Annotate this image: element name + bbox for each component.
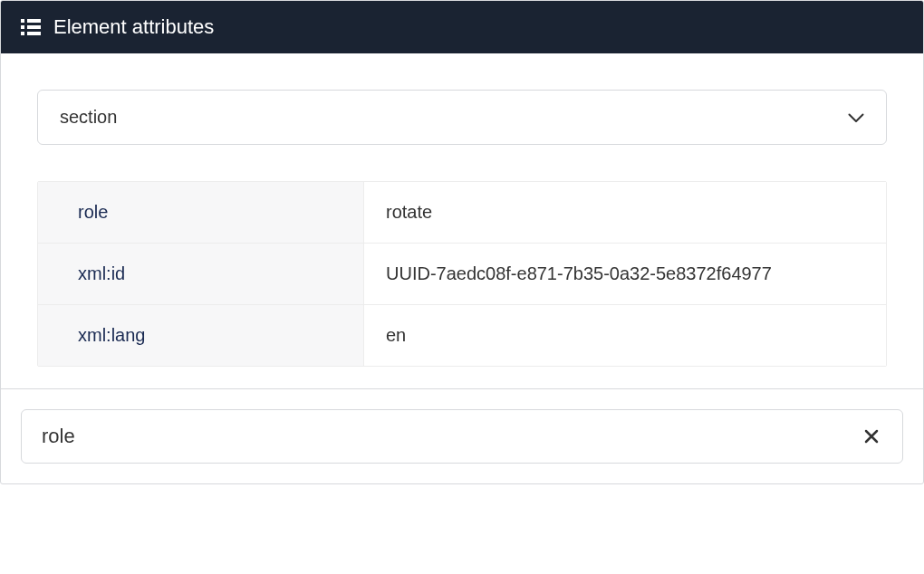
svg-rect-0 xyxy=(21,19,24,23)
close-icon xyxy=(864,424,879,448)
svg-rect-2 xyxy=(21,32,24,35)
filter-input-wrap xyxy=(21,409,903,464)
attributes-table: role rotate xml:id UUID-7aedc08f-e871-7b… xyxy=(37,181,887,367)
element-attributes-panel: Element attributes section role rotate x… xyxy=(0,0,924,484)
attribute-name: xml:lang xyxy=(38,305,364,366)
attribute-name: role xyxy=(38,182,364,243)
table-row[interactable]: xml:id UUID-7aedc08f-e871-7b35-0a32-5e83… xyxy=(38,244,886,305)
table-row[interactable]: role rotate xyxy=(38,182,886,244)
element-selector-dropdown[interactable]: section xyxy=(37,90,887,145)
svg-rect-3 xyxy=(27,19,41,23)
attribute-value: UUID-7aedc08f-e871-7b35-0a32-5e8372f6497… xyxy=(364,244,886,304)
svg-rect-4 xyxy=(27,25,41,29)
attribute-name: xml:id xyxy=(38,244,364,304)
panel-title: Element attributes xyxy=(53,15,214,39)
dropdown-selected-value: section xyxy=(60,107,117,128)
list-icon xyxy=(21,19,41,35)
panel-body: section role rotate xml:id UUID-7aedc08f… xyxy=(1,53,923,388)
clear-filter-button[interactable] xyxy=(861,426,882,447)
filter-input[interactable] xyxy=(42,425,861,448)
chevron-down-icon xyxy=(848,107,864,128)
panel-footer xyxy=(1,388,923,483)
svg-rect-1 xyxy=(21,25,24,29)
svg-rect-5 xyxy=(27,32,41,35)
panel-header: Element attributes xyxy=(1,1,923,53)
attribute-value: en xyxy=(364,305,886,366)
attribute-value: rotate xyxy=(364,182,886,243)
table-row[interactable]: xml:lang en xyxy=(38,305,886,366)
